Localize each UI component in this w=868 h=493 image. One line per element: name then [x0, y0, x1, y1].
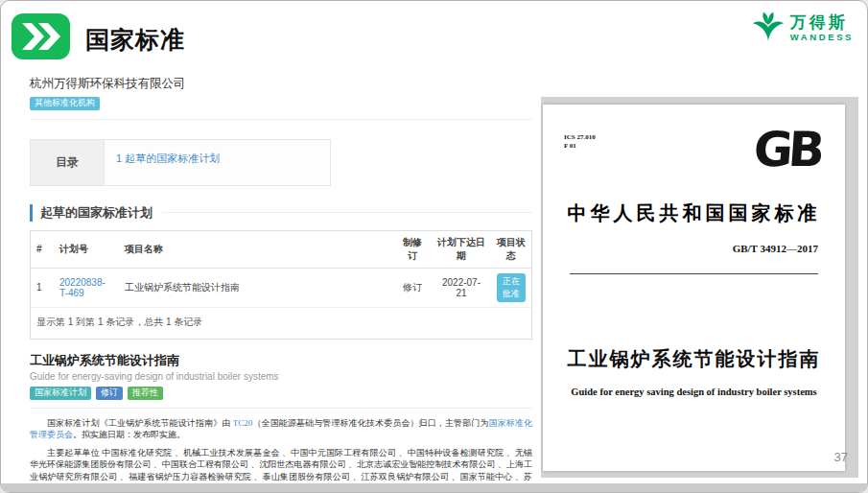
cell-revision: 修订	[393, 268, 432, 307]
gb-cover-scan: ICS 27.010 F 01 GB 中华人民共和国国家标准 GB/T 3491…	[541, 97, 858, 478]
ics-code: ICS 27.010 F 01	[564, 133, 596, 151]
webpage-screenshot: 杭州万得斯环保科技有限公司 其他标准化机构 目录 1 起草的国家标准计划 起草的…	[30, 76, 532, 493]
tag-revision: 修订	[96, 387, 123, 400]
table-header-row: # 计划号 项目名称 制修订 计划下达日期 项目状态	[31, 231, 531, 269]
table-record-count: 显示第 1 到第 1 条记录，总共 1 条记录	[31, 308, 531, 339]
gb-cover-subtitle-en: Guide for energy saving design of indust…	[543, 387, 845, 397]
slide-title-badge	[12, 13, 70, 59]
cell-index: 1	[31, 268, 54, 307]
tag-national-plan: 国家标准计划	[30, 387, 91, 400]
divider	[30, 119, 532, 120]
plan-number-link[interactable]: 20220838-T-469	[59, 277, 106, 298]
text-run: （全国能源基础与管理标准化技术委员会）归口，主管部门为	[252, 418, 488, 428]
gb-cover-header: 中华人民共和国国家标准	[543, 200, 845, 226]
column-header-revision: 制修订	[393, 231, 432, 269]
column-header-plan-no: 计划号	[54, 231, 119, 269]
slide-bottom-band	[1, 483, 867, 492]
paragraph-plan-info: 国家标准计划《工业锅炉系统节能设计指南》由 TC20（全国能源基础与管理标准化技…	[30, 417, 532, 441]
table-row: 1 20220838-T-469 工业锅炉系统节能设计指南 修订 2022-07…	[31, 268, 531, 307]
section-title-drafted-plans: 起草的国家标准计划	[30, 204, 532, 222]
wandess-logo: 万得斯 WANDESS	[751, 11, 854, 46]
gb-cover-page: ICS 27.010 F 01 GB 中华人民共和国国家标准 GB/T 3491…	[543, 105, 845, 471]
presentation-slide: 国家标准 万得斯 WANDESS 杭州万得斯环保科技有限公司 其他标准化机构 目…	[0, 0, 868, 493]
gb-logo: GB	[752, 126, 822, 174]
toc-label: 目录	[31, 140, 105, 185]
gb-cover-rule	[570, 273, 818, 274]
column-header-status: 项目状态	[491, 231, 531, 269]
toc-link[interactable]: 1 起草的国家标准计划	[116, 153, 220, 164]
toc-box: 目录 1 起草的国家标准计划	[30, 139, 331, 186]
wandess-plant-icon	[751, 11, 786, 46]
divider	[30, 408, 532, 409]
standard-detail: 工业锅炉系统节能设计指南 Guide for energy-saving des…	[30, 352, 532, 409]
page-number: 37	[834, 450, 848, 464]
tag-recommended: 推荐性	[128, 387, 163, 400]
gb-standard-code: GB/T 34912—2017	[733, 243, 818, 254]
column-header-index: #	[31, 231, 54, 269]
standard-subtitle-en: Guide for energy-saving design of indust…	[30, 371, 532, 382]
cell-issue-date: 2022-07-21	[432, 268, 491, 307]
company-name: 杭州万得斯环保科技有限公司	[30, 76, 532, 92]
standard-title: 工业锅炉系统节能设计指南	[30, 352, 532, 369]
text-run: 国家标准计划《工业锅炉系统节能设计指南》由	[47, 418, 233, 428]
gb-cover-title: 工业锅炉系统节能设计指南	[543, 346, 845, 372]
double-chevron-icon	[12, 46, 70, 62]
status-badge: 正在批准	[497, 273, 526, 302]
inline-link[interactable]: TC20	[233, 418, 253, 428]
cell-project-name: 工业锅炉系统节能设计指南	[119, 268, 393, 307]
plans-table: # 计划号 项目名称 制修订 计划下达日期 项目状态 1 20220838-T-…	[30, 230, 532, 340]
standard-tags: 国家标准计划 修订 推荐性	[30, 387, 532, 400]
page-title: 国家标准	[85, 24, 185, 56]
company-tag: 其他标准化机构	[30, 97, 100, 110]
text-run: 。拟实施日期：发布即实施。	[73, 430, 185, 439]
column-header-project-name: 项目名称	[119, 231, 393, 269]
brand-name-en: WANDESS	[790, 33, 854, 42]
brand-name-cn: 万得斯	[790, 14, 854, 31]
column-header-issue-date: 计划下达日期	[432, 231, 491, 269]
